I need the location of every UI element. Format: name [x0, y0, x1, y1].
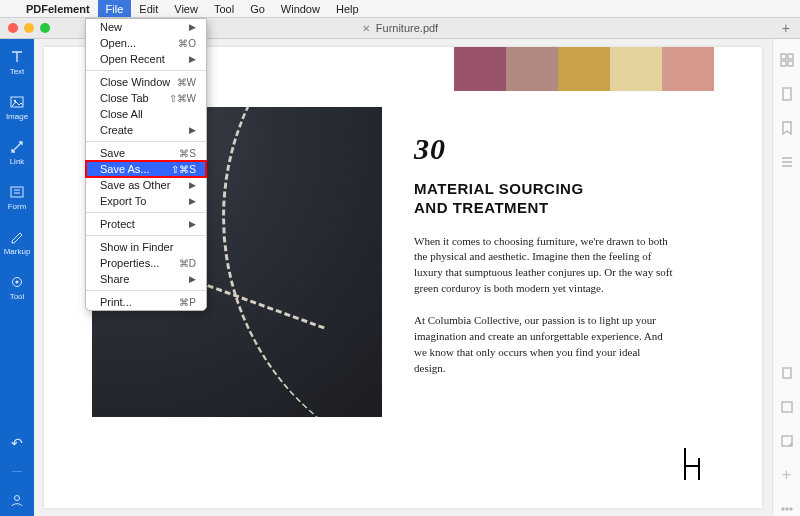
- tool-tool[interactable]: Tool: [0, 272, 34, 303]
- menu-separator: [86, 212, 206, 213]
- svg-rect-9: [788, 61, 793, 66]
- menu-item-label: Print...: [100, 296, 132, 308]
- svg-rect-8: [781, 61, 786, 66]
- menu-item-open-recent[interactable]: Open Recent▶: [86, 51, 206, 67]
- menu-item-label: Show in Finder: [100, 241, 173, 253]
- tool-form[interactable]: Form: [0, 182, 34, 213]
- color-swatch-strip: [454, 47, 714, 91]
- left-toolbar: Text Image Link Form Markup Tool ↶: [0, 39, 34, 516]
- window-controls: [0, 23, 50, 33]
- menu-item-save-as[interactable]: Save As...⇧⌘S: [86, 161, 206, 177]
- form-icon: [9, 184, 25, 200]
- menu-item-close-tab[interactable]: Close Tab⇧⌘W: [86, 90, 206, 106]
- menu-separator: [86, 235, 206, 236]
- undo-button[interactable]: ↶: [11, 435, 23, 451]
- user-icon[interactable]: [9, 492, 25, 508]
- document-text-block: 30 MATERIAL SOURCING AND TREATMENT When …: [414, 132, 674, 377]
- menu-item-label: Export To: [100, 195, 146, 207]
- thumbnails-button[interactable]: [780, 53, 794, 67]
- menu-item-save[interactable]: Save⌘S: [86, 145, 206, 161]
- window-close-button[interactable]: [8, 23, 18, 33]
- menu-shortcut: ⌘P: [179, 297, 196, 308]
- menu-item-protect[interactable]: Protect▶: [86, 216, 206, 232]
- tool-link[interactable]: Link: [0, 137, 34, 168]
- file-menu-dropdown: New▶Open...⌘OOpen Recent▶Close Window⌘WC…: [85, 18, 207, 311]
- image-icon: [9, 94, 25, 110]
- menu-item-save-as-other[interactable]: Save as Other▶: [86, 177, 206, 193]
- menu-shortcut: ⌘O: [178, 38, 196, 49]
- menu-item-label: Close All: [100, 108, 143, 120]
- link-icon: [9, 139, 25, 155]
- svg-rect-12: [782, 402, 792, 412]
- sticky-button[interactable]: [780, 434, 794, 448]
- submenu-arrow-icon: ▶: [189, 196, 196, 206]
- menu-go[interactable]: Go: [242, 0, 273, 17]
- attachment-button[interactable]: [780, 366, 794, 380]
- menu-item-close-all[interactable]: Close All: [86, 106, 206, 122]
- menu-item-label: New: [100, 21, 122, 33]
- menu-item-print[interactable]: Print...⌘P: [86, 294, 206, 310]
- more-button[interactable]: [780, 502, 794, 516]
- svg-point-14: [782, 508, 784, 510]
- mac-menu-bar: PDFelement File Edit View Tool Go Window…: [0, 0, 800, 18]
- menu-item-label: Open...: [100, 37, 136, 49]
- menu-item-export-to[interactable]: Export To▶: [86, 193, 206, 209]
- menu-item-open[interactable]: Open...⌘O: [86, 35, 206, 51]
- right-panel: +: [772, 39, 800, 516]
- menu-edit[interactable]: Edit: [131, 0, 166, 17]
- menu-item-label: Share: [100, 273, 129, 285]
- app-name: PDFelement: [18, 3, 98, 15]
- add-button[interactable]: +: [780, 468, 794, 482]
- menu-item-create[interactable]: Create▶: [86, 122, 206, 138]
- menu-item-new[interactable]: New▶: [86, 19, 206, 35]
- submenu-arrow-icon: ▶: [189, 219, 196, 229]
- list-button[interactable]: [780, 155, 794, 169]
- window-minimize-button[interactable]: [24, 23, 34, 33]
- menu-item-label: Save as Other: [100, 179, 170, 191]
- tool-label: Tool: [10, 292, 25, 301]
- window-zoom-button[interactable]: [40, 23, 50, 33]
- menu-item-label: Close Window: [100, 76, 170, 88]
- chair-icon: [678, 446, 704, 486]
- menu-item-share[interactable]: Share▶: [86, 271, 206, 287]
- menu-tool[interactable]: Tool: [206, 0, 242, 17]
- document-tab[interactable]: ✕ Furniture.pdf: [362, 22, 438, 34]
- svg-point-4: [15, 280, 18, 283]
- menu-item-close-window[interactable]: Close Window⌘W: [86, 74, 206, 90]
- submenu-arrow-icon: ▶: [189, 274, 196, 284]
- svg-rect-11: [783, 368, 791, 378]
- menu-file[interactable]: File: [98, 0, 132, 17]
- bookmark-button[interactable]: [780, 121, 794, 135]
- properties-button[interactable]: [780, 400, 794, 414]
- tab-title: Furniture.pdf: [376, 22, 438, 34]
- menu-shortcut: ⇧⌘S: [171, 164, 196, 175]
- gear-icon: [9, 274, 25, 290]
- doc-paragraph-1: When it comes to choosing furniture, we'…: [414, 234, 674, 298]
- menu-window[interactable]: Window: [273, 0, 328, 17]
- menu-item-label: Save: [100, 147, 125, 159]
- tool-markup[interactable]: Markup: [0, 227, 34, 258]
- menu-view[interactable]: View: [166, 0, 206, 17]
- submenu-arrow-icon: ▶: [189, 54, 196, 64]
- close-tab-icon[interactable]: ✕: [362, 23, 370, 34]
- svg-rect-2: [11, 187, 23, 197]
- menu-separator: [86, 141, 206, 142]
- menu-item-label: Save As...: [100, 163, 150, 175]
- menu-item-properties[interactable]: Properties...⌘D: [86, 255, 206, 271]
- tool-text[interactable]: Text: [0, 47, 34, 78]
- tool-label: Link: [10, 157, 25, 166]
- tool-label: Markup: [4, 247, 31, 256]
- menu-item-label: Close Tab: [100, 92, 149, 104]
- add-tab-button[interactable]: +: [782, 20, 790, 36]
- submenu-arrow-icon: ▶: [189, 125, 196, 135]
- page-view-button[interactable]: [780, 87, 794, 101]
- menu-help[interactable]: Help: [328, 0, 367, 17]
- tool-image[interactable]: Image: [0, 92, 34, 123]
- separator: [12, 471, 22, 472]
- menu-item-label: Create: [100, 124, 133, 136]
- menu-item-show-in-finder[interactable]: Show in Finder: [86, 239, 206, 255]
- svg-point-16: [790, 508, 792, 510]
- submenu-arrow-icon: ▶: [189, 22, 196, 32]
- svg-point-5: [15, 496, 20, 501]
- menu-item-label: Properties...: [100, 257, 159, 269]
